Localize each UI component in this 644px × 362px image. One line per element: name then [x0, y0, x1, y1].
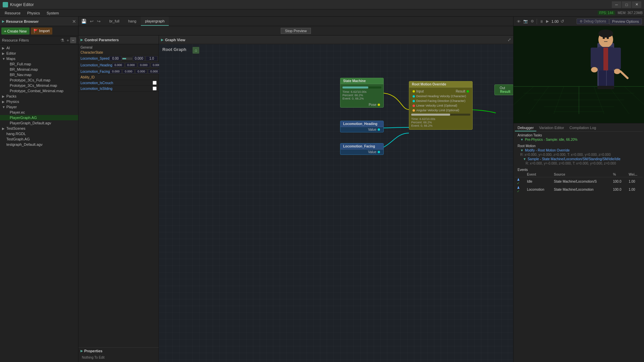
home-button[interactable]: ⌂: [193, 47, 199, 54]
graph-view-expand-icon[interactable]: ⤢: [507, 37, 511, 42]
tree-item-playergraph-ag[interactable]: PlayerGraph.AG: [0, 115, 78, 120]
expand-icon: ▼: [523, 157, 526, 161]
resource-browser-header: ▶ Resource Browser ✕: [0, 17, 78, 26]
port-pose-dot[interactable]: [378, 104, 380, 106]
port-facing-label: Desired Facing Direction (Character): [416, 99, 466, 103]
filter-funnel-icon[interactable]: ⚗: [59, 38, 65, 43]
tree-item-player[interactable]: ▼ Player: [0, 104, 78, 110]
param-locomotion-iscrouch[interactable]: Locomotion_IsCrouch: [78, 80, 159, 86]
param-val-f3: 0.000: [135, 69, 147, 74]
import-button[interactable]: 🚩 Import: [31, 27, 52, 35]
event-weight-locomotion: 1.00: [627, 185, 643, 193]
port-heading-dot[interactable]: [413, 95, 415, 98]
filter-add-icon[interactable]: +: [65, 38, 70, 43]
create-new-button[interactable]: + Create New: [1, 27, 30, 35]
filter-remove-icon[interactable]: −: [70, 37, 76, 43]
redo-icon[interactable]: ↪: [96, 18, 102, 24]
node-result[interactable]: Out Result: [494, 84, 513, 95]
tree-item-br-nav[interactable]: BR_Nav.map: [0, 72, 78, 77]
port-linear-vel: Linear Velocity Limit (Optional): [409, 103, 472, 108]
tree-item-physics[interactable]: ▶ Physics: [0, 99, 78, 104]
result-label: Result: [500, 90, 511, 94]
tab-debugger[interactable]: Debugger: [515, 125, 536, 131]
port-input-dot[interactable]: [413, 90, 415, 93]
tree-item-playergraph-default[interactable]: PlayerGraph_Default.agv: [0, 120, 78, 126]
param-val-f4: 0.000: [148, 69, 160, 74]
port-angvel-dot[interactable]: [413, 109, 415, 112]
save-icon[interactable]: 💾: [80, 18, 88, 24]
tab-br-full[interactable]: br_full: [105, 17, 123, 26]
param-slider-speed[interactable]: [122, 58, 132, 60]
node-locomotion-facing[interactable]: Locomotion_Facing Value: [340, 143, 384, 155]
tree-item-player-ec[interactable]: Player.ec: [0, 110, 78, 115]
node-root-motion-header: Root Motion Override: [409, 81, 472, 87]
modify-label: Modify - Root Motion Override: [525, 148, 570, 152]
port-loc-heading-dot[interactable]: [378, 128, 380, 131]
param-checkbox-iscrouch[interactable]: [153, 81, 157, 85]
graph-canvas[interactable]: Root Graph ⌂ Stat: [159, 44, 513, 362]
tree-item-packs[interactable]: ▶ Packs: [0, 94, 78, 99]
pause-icon[interactable]: ⏸: [538, 19, 545, 24]
debug-options-icon: ⚙: [580, 19, 583, 23]
menu-physics[interactable]: Physics: [24, 10, 43, 16]
tab-variation-editor[interactable]: Variation Editor: [536, 125, 567, 131]
param-ability-id[interactable]: Ability_ID: [78, 75, 159, 80]
filter-icon[interactable]: ⚙: [529, 18, 535, 24]
event-row-idle[interactable]: ♟ ✓ Idle State Machine/Locomotion/S 100.…: [515, 177, 643, 186]
param-checkbox-issliding[interactable]: [153, 86, 157, 90]
center-panel: 💾 ↩ ↪ br_full hang playergraph Stop Prev…: [78, 17, 513, 362]
node-locomotion-heading[interactable]: Locomotion_Heading Value: [340, 121, 384, 132]
port-linvel-dot[interactable]: [413, 105, 415, 107]
param-locomotion-speed[interactable]: Locomotion_Speed 0.00 0.000 1.0: [78, 55, 159, 62]
play-icon[interactable]: ▶: [545, 18, 550, 24]
tree-item-proto-3cs-full[interactable]: Prototype_3Cs_Full.map: [0, 77, 78, 83]
node-state-machine[interactable]: State Machine Time: 6.62/10.00s Percent:…: [340, 78, 384, 108]
pre-physics-item[interactable]: ▼ Pre-Physics - Sample: idle, 66.20%: [515, 137, 643, 142]
tree-item-ai[interactable]: ▶ AI: [0, 45, 78, 51]
result-out-label: Out: [500, 86, 505, 90]
param-characterstate[interactable]: CharacterState: [78, 50, 159, 55]
port-facing-dot[interactable]: [413, 100, 415, 102]
tab-hang[interactable]: hang: [124, 17, 140, 26]
param-name-locomotion-heading: Locomotion_Heading: [80, 63, 112, 67]
tree-item-testscenes[interactable]: ▶ TestScenes: [0, 126, 78, 131]
close-button[interactable]: ✕: [632, 1, 641, 8]
maximize-button[interactable]: □: [622, 1, 631, 8]
tree-item-hang-rgdl[interactable]: hang.RGDL: [0, 131, 78, 136]
preview-options-button[interactable]: Preview Options: [609, 18, 642, 24]
menu-system[interactable]: System: [43, 10, 62, 16]
refresh-icon[interactable]: ↺: [560, 18, 565, 24]
tree-item-testgraph-ag[interactable]: TestGraph.AG: [0, 136, 78, 142]
eye-icon[interactable]: 👁: [516, 19, 522, 24]
stop-preview-button[interactable]: Stop Preview: [281, 28, 311, 34]
resource-browser-close[interactable]: ✕: [72, 19, 76, 24]
minimize-button[interactable]: ─: [612, 1, 621, 8]
param-locomotion-facing[interactable]: Locomotion_Facing 0.000 0.000 0.000 0.00…: [78, 68, 159, 75]
tree-item-label: AI: [6, 46, 10, 50]
tab-compilation-log[interactable]: Compilation Log: [567, 125, 599, 131]
tree-item-maps[interactable]: ▼ Maps: [0, 56, 78, 61]
node-root-motion[interactable]: Root Motion Override Input Result: [409, 81, 473, 130]
tab-playergraph[interactable]: playergraph: [141, 17, 168, 26]
menu-resource[interactable]: Resource: [1, 10, 24, 16]
event-name-idle: Idle: [525, 177, 552, 186]
sample-item[interactable]: ▼ Sample - State Machine/Locomotion/SM/S…: [515, 157, 643, 161]
port-result-dot[interactable]: [467, 90, 469, 93]
event-row-locomotion[interactable]: ♟ ✓ Locomotion State Machine/Locomotion …: [515, 185, 643, 193]
animation-tasks-section: Animation Tasks ▼ Pre-Physics - Sample: …: [515, 133, 643, 142]
modify-item[interactable]: ▼ Modify - Root Motion Override: [515, 148, 643, 153]
param-locomotion-issliding[interactable]: Locomotion_IsSliding: [78, 86, 159, 92]
port-loc-facing-dot[interactable]: [378, 151, 380, 153]
tree-item-editor[interactable]: ▶ Editor: [0, 51, 78, 56]
tree-item-br-minimal[interactable]: BR_Minimal.map: [0, 67, 78, 72]
debug-options-btn[interactable]: ⚙ Debug Options: [577, 18, 609, 24]
param-locomotion-heading[interactable]: Locomotion_Heading 0.000 0.000 0.000 0.0…: [78, 62, 159, 68]
tree-item-proto-combat[interactable]: Prototype_Combat_Minimal.map: [0, 88, 78, 94]
undo-icon[interactable]: ↩: [89, 18, 95, 24]
tree-item-testgraph-default[interactable]: testgraph_Default.agv: [0, 142, 78, 147]
tree-item-label: BR_Minimal.map: [10, 67, 38, 71]
camera-icon[interactable]: 📷: [522, 18, 529, 24]
tree-item-proto-3cs-min[interactable]: Prototype_3Cs_Minimal.map: [0, 83, 78, 88]
tree-item-br-full[interactable]: BR_Full.map: [0, 61, 78, 67]
arrow-icon: ▶: [2, 100, 5, 104]
